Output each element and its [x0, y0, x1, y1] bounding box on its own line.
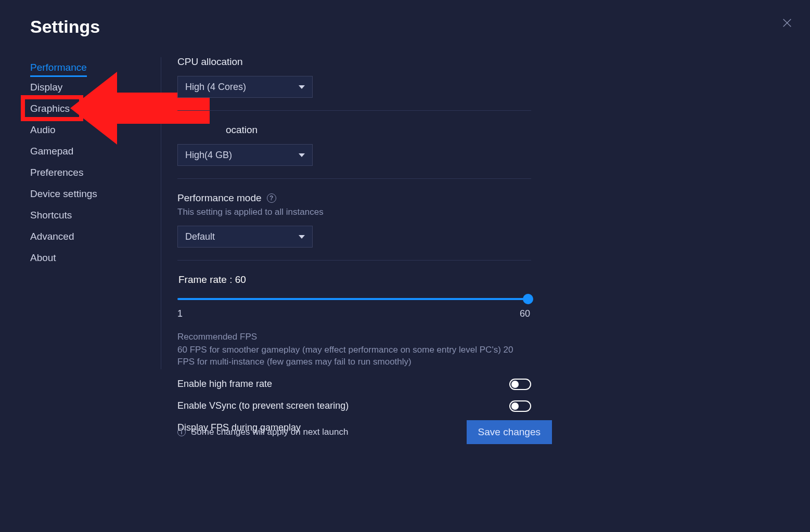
toggle-knob [511, 403, 519, 410]
chevron-down-icon [299, 153, 305, 157]
chevron-down-icon [299, 85, 305, 89]
performance-mode-select[interactable]: Default [177, 226, 313, 248]
divider [177, 178, 531, 179]
sidebar-item-device-settings[interactable]: Device settings [30, 184, 97, 205]
sidebar-item-shortcuts[interactable]: Shortcuts [30, 205, 72, 226]
memory-allocation-select[interactable]: High(4 GB) [177, 144, 313, 166]
settings-footer: i Some changes will apply on next launch… [177, 420, 552, 444]
divider [177, 110, 531, 111]
info-icon: i [177, 428, 186, 436]
performance-mode-value: Default [185, 231, 215, 242]
cpu-allocation-select[interactable]: High (4 Cores) [177, 76, 313, 98]
slider-max: 60 [520, 308, 530, 319]
sidebar-item-about[interactable]: About [30, 248, 56, 269]
save-changes-button[interactable]: Save changes [467, 420, 552, 444]
footer-note: i Some changes will apply on next launch [177, 427, 348, 437]
performance-mode-label: Performance mode [177, 192, 262, 204]
footer-note-text: Some changes will apply on next launch [191, 427, 348, 437]
divider [177, 260, 531, 261]
performance-mode-sublabel: This setting is applied to all instances [177, 207, 552, 217]
sidebar-item-gamepad[interactable]: Gamepad [30, 141, 73, 162]
annotation-highlight-box [21, 95, 83, 121]
close-icon [781, 17, 793, 29]
memory-allocation-label-visible: ocation [226, 124, 258, 135]
memory-allocation-label: Memory allocation [177, 124, 552, 136]
recommended-fps-body: 60 FPS for smoother gameplay (may effect… [177, 344, 531, 368]
vsync-label: Enable VSync (to prevent screen tearing) [177, 400, 349, 411]
slider-thumb[interactable] [523, 294, 533, 304]
frame-rate-label: Frame rate : 60 [178, 274, 552, 286]
cpu-allocation-label: CPU allocation [177, 56, 552, 68]
memory-allocation-value: High(4 GB) [185, 150, 232, 161]
sidebar-item-audio[interactable]: Audio [30, 120, 56, 141]
chevron-down-icon [299, 235, 305, 239]
settings-window: Settings Performance Display Graphics Au… [0, 0, 810, 532]
settings-content: CPU allocation High (4 Cores) Memory all… [177, 56, 552, 434]
close-button[interactable] [780, 16, 794, 30]
sidebar-item-graphics[interactable]: Graphics [30, 98, 70, 120]
sidebar-item-advanced[interactable]: Advanced [30, 226, 74, 248]
slider-track [177, 298, 530, 300]
cpu-allocation-value: High (4 Cores) [185, 82, 246, 93]
vsync-toggle[interactable] [509, 400, 531, 412]
slider-range: 1 60 [177, 308, 530, 319]
high-frame-rate-label: Enable high frame rate [177, 379, 272, 390]
sidebar-item-performance[interactable]: Performance [30, 57, 87, 77]
settings-sidebar: Performance Display Graphics Audio Gamep… [30, 57, 161, 369]
high-frame-rate-toggle[interactable] [509, 379, 531, 390]
page-title: Settings [30, 17, 100, 37]
recommended-fps-title: Recommended FPS [177, 332, 552, 342]
frame-rate-slider[interactable] [177, 293, 530, 305]
help-icon[interactable]: ? [267, 193, 276, 203]
slider-min: 1 [177, 308, 183, 319]
toggle-knob [511, 381, 519, 388]
sidebar-item-preferences[interactable]: Preferences [30, 162, 83, 184]
